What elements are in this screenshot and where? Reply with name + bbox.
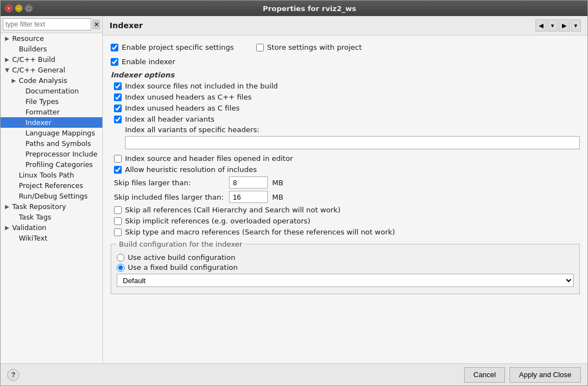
skip-included-larger-than-input[interactable] (229, 191, 268, 203)
maximize-window-button[interactable]: □ (25, 4, 33, 12)
index-source-not-in-build-checkbox[interactable] (114, 82, 122, 90)
sidebar-item-task-repository[interactable]: ▶Task Repository (1, 201, 102, 212)
skip-all-references-checkbox[interactable] (114, 206, 122, 214)
skip-implicit-references-checkbox[interactable] (114, 217, 122, 225)
index-all-header-variants-checkbox[interactable] (114, 116, 122, 123)
enable-project-specific-checkbox[interactable] (111, 44, 118, 51)
index-all-header-variants-label[interactable]: Index all header variants (125, 115, 215, 123)
skip-all-references-label[interactable]: Skip all references (Call Hierarchy and … (125, 206, 340, 214)
use-fixed-build-radio[interactable] (117, 264, 124, 272)
help-button[interactable]: ? (7, 369, 19, 381)
allow-heuristic-checkbox[interactable] (114, 166, 122, 174)
content-header: Indexer ◀ ▾ ▶ ▾ (103, 16, 587, 35)
skip-larger-than-input[interactable] (229, 176, 268, 189)
filter-clear-button[interactable]: ✕ (92, 19, 100, 29)
sidebar-item-label: WikiText (19, 234, 48, 242)
skip-implicit-references-label[interactable]: Skip implicit references (e.g. overloade… (125, 217, 310, 225)
content-area: Indexer ◀ ▾ ▶ ▾ Enable project specific … (103, 16, 587, 363)
footer-right: Cancel Apply and Close (464, 367, 581, 383)
enable-indexer-label[interactable]: Enable indexer (122, 58, 175, 66)
sidebar-item-cpp-build[interactable]: ▶C/C++ Build (1, 54, 102, 65)
variants-label: Index all variants of specific headers: (125, 126, 580, 134)
index-source-not-in-build-row: Index source files not included in the b… (114, 81, 580, 91)
indexer-options-section: Index source files not included in the b… (114, 81, 580, 237)
sidebar-item-builders[interactable]: Builders (1, 44, 102, 54)
allow-heuristic-label[interactable]: Allow heuristic resolution of includes (125, 165, 257, 174)
sidebar-item-wikitext[interactable]: WikiText (1, 233, 102, 243)
sidebar-item-documentation[interactable]: Documentation (1, 86, 102, 96)
nav-back-dropdown-button[interactable]: ▾ (548, 19, 558, 32)
store-settings-row: Store settings with project (256, 43, 362, 52)
sidebar-item-formatter[interactable]: Formatter (1, 107, 102, 117)
sidebar-item-run-debug-settings[interactable]: Run/Debug Settings (1, 191, 102, 201)
enable-project-specific-label[interactable]: Enable project specific settings (122, 43, 234, 51)
sidebar-item-label: Linux Tools Path (19, 171, 74, 179)
skip-implicit-references-row: Skip implicit references (e.g. overloade… (114, 216, 580, 226)
index-all-header-variants-row: Index all header variants (114, 114, 580, 124)
sidebar-item-label: C/C++ General (12, 66, 65, 74)
index-source-not-in-build-label[interactable]: Index source files not included in the b… (125, 82, 278, 90)
window-controls: × − □ (5, 4, 33, 12)
use-active-build-row: Use active build configuration (117, 253, 574, 262)
sidebar-item-label: Formatter (25, 108, 60, 116)
use-fixed-build-row: Use a fixed build configuration (117, 263, 574, 272)
apply-close-button[interactable]: Apply and Close (509, 367, 581, 383)
use-fixed-build-label[interactable]: Use a fixed build configuration (128, 263, 238, 272)
skip-larger-than-label: Skip files larger than: (114, 179, 225, 187)
sidebar-item-project-references[interactable]: Project References (1, 180, 102, 191)
sidebar-item-label: Documentation (25, 87, 79, 95)
minimize-icon: − (17, 6, 21, 11)
sidebar-item-resource[interactable]: ▶Resource (1, 33, 102, 44)
nav-forward-button[interactable]: ▶ (559, 19, 570, 32)
index-unused-headers-c-checkbox[interactable] (114, 105, 122, 112)
sidebar-item-indexer[interactable]: Indexer (1, 117, 102, 128)
sidebar-item-validation[interactable]: ▶Validation (1, 222, 102, 233)
titlebar: × − □ Properties for rviz2_ws (1, 1, 587, 16)
sidebar-item-label: Preprocessor Include (25, 150, 97, 158)
nav-forward-dropdown-button[interactable]: ▾ (571, 19, 581, 32)
sidebar-item-label: Code Analysis (19, 76, 67, 85)
sidebar-item-label: Builders (19, 45, 47, 53)
filter-input[interactable] (3, 18, 91, 30)
sidebar-item-profiling-categories[interactable]: Profiling Categories (1, 159, 102, 170)
store-settings-label[interactable]: Store settings with project (267, 43, 362, 51)
store-settings-checkbox[interactable] (256, 44, 264, 51)
skip-type-macro-references-row: Skip type and macro references (Search f… (114, 227, 580, 237)
index-source-header-editor-label[interactable]: Index source and header files opened in … (125, 154, 293, 163)
sidebar-item-label: Validation (12, 223, 46, 232)
index-source-header-editor-checkbox[interactable] (114, 155, 122, 163)
variants-input[interactable] (125, 136, 580, 149)
top-checkboxes: Enable project specific settings Store s… (111, 41, 580, 54)
sidebar-item-linux-tools-path[interactable]: Linux Tools Path (1, 170, 102, 180)
skip-included-larger-than-unit: MB (272, 193, 283, 201)
close-window-button[interactable]: × (5, 4, 13, 12)
sidebar-item-language-mappings[interactable]: Language Mappings (1, 128, 102, 138)
skip-type-macro-references-checkbox[interactable] (114, 228, 122, 236)
content-title: Indexer (110, 21, 143, 30)
sidebar-item-label: Language Mappings (25, 129, 95, 137)
build-config-select[interactable]: Default (117, 274, 574, 287)
use-active-build-radio[interactable] (117, 254, 124, 262)
minimize-window-button[interactable]: − (15, 4, 23, 12)
sidebar-item-task-tags[interactable]: Task Tags (1, 212, 102, 222)
sidebar-item-cpp-general[interactable]: ▼C/C++ General (1, 65, 102, 75)
skip-included-larger-than-row: Skip included files larger than: MB (114, 191, 580, 203)
tree-arrow-icon: ▼ (5, 67, 11, 73)
sidebar-item-label: Indexer (25, 118, 51, 127)
sidebar-item-code-analysis[interactable]: ▶Code Analysis (1, 75, 102, 86)
sidebar-item-file-types[interactable]: File Types (1, 96, 102, 107)
index-unused-headers-cpp-label[interactable]: Index unused headers as C++ files (125, 93, 252, 101)
skip-type-macro-references-label[interactable]: Skip type and macro references (Search f… (125, 228, 395, 236)
sidebar-item-label: File Types (25, 97, 59, 106)
sidebar-item-preprocessor-include[interactable]: Preprocessor Include (1, 149, 102, 159)
use-active-build-label[interactable]: Use active build configuration (128, 253, 235, 262)
enable-indexer-checkbox[interactable] (111, 58, 118, 66)
index-unused-headers-c-label[interactable]: Index unused headers as C files (125, 104, 240, 112)
sidebar-tree: ▶ResourceBuilders▶C/C++ Build▼C/C++ Gene… (1, 33, 102, 243)
cancel-button[interactable]: Cancel (464, 367, 505, 383)
index-unused-headers-cpp-checkbox[interactable] (114, 93, 122, 101)
index-unused-headers-cpp-row: Index unused headers as C++ files (114, 92, 580, 102)
skip-included-larger-than-label: Skip included files larger than: (114, 193, 225, 201)
sidebar-item-paths-symbols[interactable]: Paths and Symbols (1, 138, 102, 149)
nav-back-button[interactable]: ◀ (535, 19, 547, 32)
